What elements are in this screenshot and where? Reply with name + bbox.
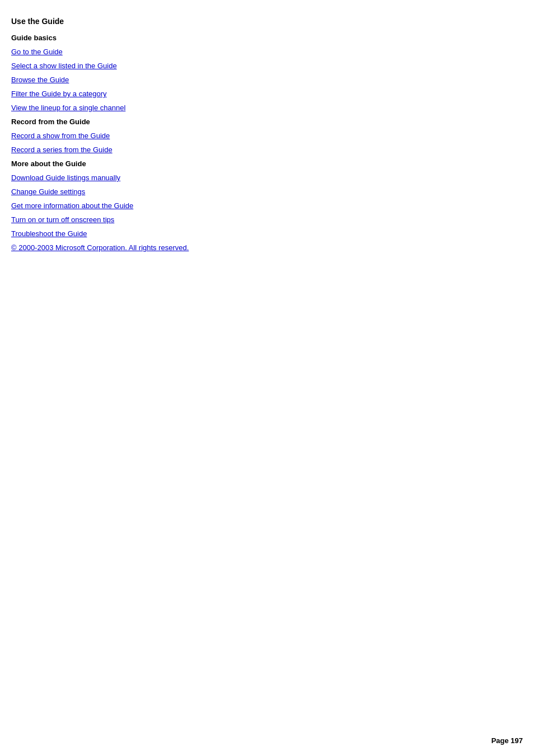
list-item: Troubleshoot the Guide bbox=[11, 229, 325, 238]
list-item: Turn on or turn off onscreen tips bbox=[11, 215, 325, 224]
list-item: Select a show listed in the Guide bbox=[11, 62, 325, 70]
turn-on-tips-link[interactable]: Turn on or turn off onscreen tips bbox=[11, 215, 114, 224]
list-item: Go to the Guide bbox=[11, 48, 325, 56]
change-settings-link[interactable]: Change Guide settings bbox=[11, 187, 85, 196]
list-item: Record a series from the Guide bbox=[11, 145, 325, 154]
page-title: Use the Guide bbox=[11, 17, 325, 26]
section-guide-basics: Guide basics Go to the Guide Select a sh… bbox=[11, 34, 325, 112]
section-heading-basics: Guide basics bbox=[11, 34, 325, 42]
section-heading-more: More about the Guide bbox=[11, 159, 325, 168]
section-heading-record: Record from the Guide bbox=[11, 118, 325, 126]
list-item: Filter the Guide by a category bbox=[11, 90, 325, 98]
record-series-link[interactable]: Record a series from the Guide bbox=[11, 145, 113, 154]
download-listings-link[interactable]: Download Guide listings manually bbox=[11, 173, 120, 182]
select-show-link[interactable]: Select a show listed in the Guide bbox=[11, 62, 117, 70]
list-item: Change Guide settings bbox=[11, 187, 325, 196]
browse-guide-link[interactable]: Browse the Guide bbox=[11, 76, 69, 84]
list-item: Download Guide listings manually bbox=[11, 173, 325, 182]
get-more-info-link[interactable]: Get more information about the Guide bbox=[11, 201, 133, 210]
list-item: Browse the Guide bbox=[11, 76, 325, 84]
list-item: View the lineup for a single channel bbox=[11, 104, 325, 112]
page-number: Page 197 bbox=[491, 736, 523, 745]
go-to-guide-link[interactable]: Go to the Guide bbox=[11, 48, 63, 56]
filter-guide-link[interactable]: Filter the Guide by a category bbox=[11, 90, 107, 98]
copyright-link[interactable]: © 2000-2003 Microsoft Corporation. All r… bbox=[11, 243, 189, 252]
main-content: Use the Guide Guide basics Go to the Gui… bbox=[0, 0, 336, 269]
troubleshoot-link[interactable]: Troubleshoot the Guide bbox=[11, 229, 87, 238]
list-item: Record a show from the Guide bbox=[11, 132, 325, 140]
section-record-guide: Record from the Guide Record a show from… bbox=[11, 118, 325, 154]
section-more-guide: More about the Guide Download Guide list… bbox=[11, 159, 325, 252]
list-item: Get more information about the Guide bbox=[11, 201, 325, 210]
record-show-link[interactable]: Record a show from the Guide bbox=[11, 132, 110, 140]
list-item: © 2000-2003 Microsoft Corporation. All r… bbox=[11, 243, 325, 252]
view-lineup-link[interactable]: View the lineup for a single channel bbox=[11, 104, 125, 112]
